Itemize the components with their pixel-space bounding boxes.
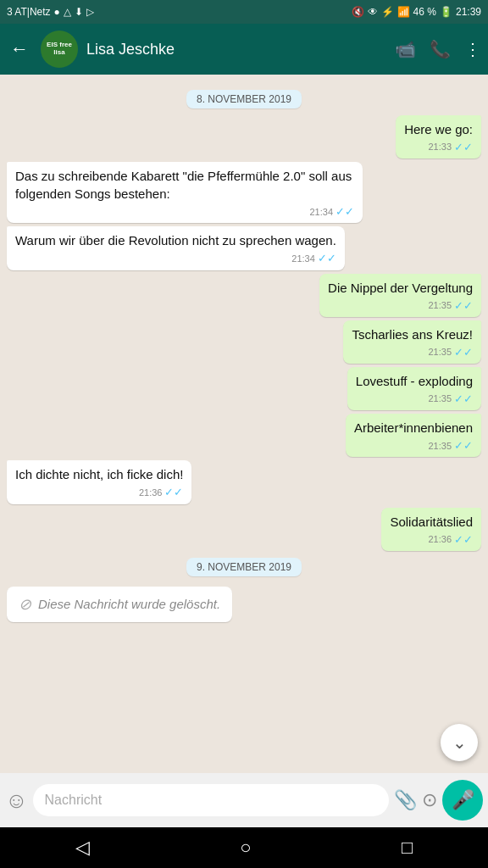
more-options-icon[interactable]: ⋮	[464, 39, 481, 59]
chat-area: 8. NOVEMBER 2019 Here we go: 21:33 ✓✓ Da…	[0, 75, 488, 770]
nav-home-button[interactable]: ○	[240, 837, 251, 859]
message-meta: 21:34 ✓✓	[15, 204, 354, 220]
message-time: 21:36	[139, 487, 163, 499]
message-row: Solidaritätslied 21:36 ✓✓	[7, 508, 481, 551]
message-time: 21:33	[428, 141, 452, 153]
message-text: Die Nippel der Vergeltung	[328, 281, 473, 295]
message-text: Lovestuff - exploding	[356, 374, 473, 388]
message-text: Das zu schreibende Kabarett "die Pfeffer…	[15, 169, 352, 201]
message-row: Lovestuff - exploding 21:35 ✓✓	[7, 367, 481, 410]
message-row: Arbeiter*innenbienen 21:35 ✓✓	[7, 414, 481, 457]
back-button[interactable]: ←	[7, 35, 32, 64]
wifi-icon: ⚡	[381, 6, 394, 18]
message-bubble: Die Nippel der Vergeltung 21:35 ✓✓	[319, 274, 481, 317]
message-text: Here we go:	[404, 122, 473, 136]
message-text: Tscharlies ans Kreuz!	[352, 327, 473, 342]
message-meta: 21:36 ✓✓	[15, 485, 183, 500]
avatar-inner: EIS free lisa	[41, 31, 78, 68]
deleted-icon: ⊘	[19, 595, 31, 614]
message-row: Warum wir über die Revolution nicht zu s…	[7, 226, 481, 270]
date-badge-1: 8. NOVEMBER 2019	[186, 90, 302, 108]
deleted-message-text: Diese Nachricht wurde gelöscht.	[38, 597, 220, 611]
message-meta: 21:35 ✓✓	[354, 438, 473, 453]
message-input[interactable]: Nachricht	[33, 784, 389, 816]
read-tick: ✓✓	[454, 140, 473, 155]
message-bubble: Arbeiter*innenbienen 21:35 ✓✓	[346, 414, 481, 457]
mic-button[interactable]: 🎤	[442, 780, 483, 821]
read-tick: ✓✓	[164, 485, 183, 500]
message-time: 21:34	[309, 206, 333, 219]
message-meta: 21:35 ✓✓	[352, 345, 473, 360]
read-tick: ✓✓	[454, 532, 473, 548]
nav-back-button[interactable]: ◁	[75, 837, 90, 859]
status-bar: 3 AT|Netz ● △ ⬇ ▷ 🔇 👁 ⚡ 📶 46 % 🔋 21:39	[0, 0, 488, 24]
avatar-text: EIS free lisa	[47, 42, 72, 57]
message-text: Solidaritätslied	[390, 515, 473, 529]
download-icon: ⬇	[75, 6, 83, 18]
carrier: 3 AT|Netz	[7, 6, 51, 18]
status-left: 3 AT|Netz ● △ ⬇ ▷	[7, 6, 94, 18]
signal-icon: ●	[54, 6, 60, 18]
clock: 21:39	[456, 6, 481, 18]
avatar[interactable]: EIS free lisa	[41, 31, 78, 68]
message-row: Das zu schreibende Kabarett "die Pfeffer…	[7, 162, 481, 223]
date-separator-1: 8. NOVEMBER 2019	[7, 90, 481, 108]
header-icons: 📹 📞 ⋮	[395, 39, 481, 59]
deleted-message: ⊘ Diese Nachricht wurde gelöscht.	[7, 587, 232, 622]
alert-icon: △	[64, 6, 71, 18]
signal-bars: 📶	[397, 6, 410, 18]
message-bubble: Here we go: 21:33 ✓✓	[396, 115, 481, 159]
message-text: Warum wir über die Revolution nicht zu s…	[15, 233, 336, 248]
read-tick: ✓✓	[336, 204, 354, 220]
message-time: 21:34	[291, 253, 315, 265]
message-bubble: Warum wir über die Revolution nicht zu s…	[7, 226, 345, 270]
read-tick: ✓✓	[454, 392, 473, 407]
mic-icon: 🎤	[452, 789, 474, 811]
message-meta: 21:35 ✓✓	[356, 392, 473, 407]
message-bubble: Lovestuff - exploding 21:35 ✓✓	[347, 367, 481, 410]
battery-level: 46 %	[413, 6, 436, 18]
scroll-to-bottom-button[interactable]: ⌄	[441, 724, 478, 761]
deleted-message-row: ⊘ Diese Nachricht wurde gelöscht.	[7, 583, 481, 626]
upload-icon: ▷	[86, 6, 94, 18]
message-input-bar: ☺ Nachricht 📎 ⊙ 🎤	[0, 773, 488, 827]
message-row: Ich dichte nicht, ich ficke dich! 21:36 …	[7, 460, 481, 504]
message-bubble: Das zu schreibende Kabarett "die Pfeffer…	[7, 162, 363, 223]
status-right: 🔇 👁 ⚡ 📶 46 % 🔋 21:39	[352, 6, 481, 18]
message-meta: 21:36 ✓✓	[390, 532, 473, 548]
message-time: 21:35	[428, 346, 452, 359]
message-meta: 21:35 ✓✓	[328, 298, 473, 314]
message-time: 21:35	[428, 440, 452, 453]
phone-call-icon[interactable]: 📞	[430, 39, 451, 59]
emoji-button[interactable]: ☺	[5, 787, 28, 814]
message-bubble: Tscharlies ans Kreuz! 21:35 ✓✓	[343, 320, 481, 364]
message-time: 21:35	[428, 392, 452, 405]
message-meta: 21:33 ✓✓	[404, 140, 473, 155]
message-bubble: Ich dichte nicht, ich ficke dich! 21:36 …	[7, 460, 191, 504]
contact-name[interactable]: Lisa Jeschke	[86, 41, 386, 58]
message-row: Tscharlies ans Kreuz! 21:35 ✓✓	[7, 320, 481, 364]
chevron-down-icon: ⌄	[452, 732, 467, 753]
read-tick: ✓✓	[318, 251, 336, 266]
message-meta: 21:34 ✓✓	[15, 251, 336, 266]
nav-recent-button[interactable]: □	[402, 837, 413, 859]
date-separator-2: 9. NOVEMBER 2019	[7, 558, 481, 576]
video-call-icon[interactable]: 📹	[395, 39, 416, 59]
message-time: 21:36	[428, 533, 452, 546]
camera-button[interactable]: ⊙	[422, 789, 437, 811]
chat-header: ← EIS free lisa Lisa Jeschke 📹 📞 ⋮	[0, 24, 488, 75]
message-placeholder: Nachricht	[45, 793, 103, 808]
read-tick: ✓✓	[454, 438, 473, 453]
read-tick: ✓✓	[454, 298, 473, 314]
message-row: Die Nippel der Vergeltung 21:35 ✓✓	[7, 274, 481, 317]
message-text: Arbeiter*innenbienen	[354, 420, 473, 435]
mute-icon: 🔇	[352, 6, 364, 18]
message-text: Ich dichte nicht, ich ficke dich!	[15, 467, 183, 481]
attachment-button[interactable]: 📎	[394, 789, 417, 811]
read-tick: ✓✓	[454, 345, 473, 360]
message-bubble: Solidaritätslied 21:36 ✓✓	[381, 508, 481, 551]
date-badge-2: 9. NOVEMBER 2019	[186, 558, 302, 576]
eye-icon: 👁	[368, 6, 378, 18]
message-time: 21:35	[428, 299, 452, 312]
message-row: Here we go: 21:33 ✓✓	[7, 115, 481, 159]
